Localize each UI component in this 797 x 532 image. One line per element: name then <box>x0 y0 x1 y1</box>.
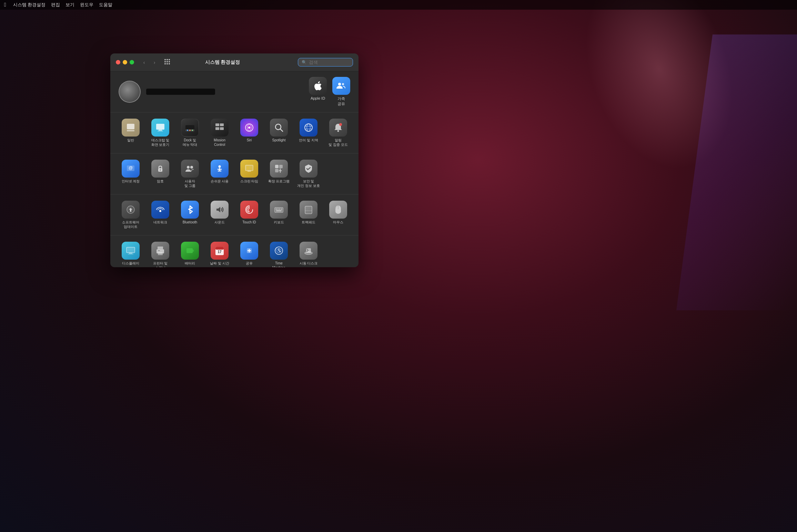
family-sharing-label: 가족공유 <box>337 96 345 107</box>
svg-point-0 <box>338 83 341 86</box>
item-empty-1 <box>325 158 352 190</box>
bluetooth-icon <box>181 201 199 219</box>
item-extensions[interactable]: 확장 프로그램 <box>265 158 292 190</box>
password-icon <box>151 160 169 178</box>
minimize-button[interactable] <box>123 60 127 64</box>
back-button[interactable]: ‹ <box>140 59 149 66</box>
avatar[interactable] <box>119 81 141 103</box>
access-icon <box>211 160 229 178</box>
item-timemachine[interactable]: TimeMachine <box>265 240 292 267</box>
mission-label: MissionControl <box>214 138 225 147</box>
item-password[interactable]: 암호 <box>147 158 174 190</box>
maximize-button[interactable] <box>130 60 134 64</box>
item-mission[interactable]: MissionControl <box>206 117 233 149</box>
svg-rect-45 <box>275 208 283 212</box>
svg-text:@: @ <box>129 165 133 170</box>
menu-window[interactable]: 윈도우 <box>80 2 93 8</box>
network-icon <box>151 201 169 219</box>
item-keyboard[interactable]: 키보드 <box>265 199 292 231</box>
item-bluetooth[interactable]: Bluetooth <box>176 199 203 231</box>
sound-icon <box>211 201 229 219</box>
svg-rect-40 <box>275 169 279 172</box>
svg-rect-60 <box>158 250 160 251</box>
item-general[interactable]: 일반 <box>117 117 144 149</box>
svg-point-18 <box>248 127 250 129</box>
svg-rect-49 <box>281 209 282 210</box>
item-network[interactable]: 네트워크 <box>147 199 174 231</box>
sharing-icon <box>240 242 258 260</box>
profile-section: Apple ID 가족공유 <box>110 71 359 112</box>
svg-rect-47 <box>278 209 279 210</box>
svg-point-25 <box>337 130 339 132</box>
apple-logo-svg <box>313 81 323 91</box>
keyboard-icon <box>270 201 288 219</box>
family-svg <box>336 80 347 91</box>
svg-rect-2 <box>127 124 134 129</box>
item-display[interactable]: 디스플레이 <box>117 240 144 267</box>
general-label: 일반 <box>127 138 134 142</box>
svg-point-1 <box>342 83 344 85</box>
item-siri[interactable]: Siri <box>236 117 263 149</box>
item-startup[interactable]: 시동 디스크 <box>295 240 322 267</box>
section-2: @ 인터넷 계정 암호 사용자및 그룹 손쉬운 사용 스크린 <box>110 153 359 194</box>
item-internet[interactable]: @ 인터넷 계정 <box>117 158 144 190</box>
family-sharing-item[interactable]: 가족공유 <box>332 77 350 107</box>
item-sharing[interactable]: 공유 <box>236 240 263 267</box>
sharing-label: 공유 <box>246 261 253 265</box>
apple-id-label: Apple ID <box>311 96 325 100</box>
item-trackpad[interactable]: 트랙패드 <box>295 199 322 231</box>
item-users[interactable]: 사용자및 그룹 <box>176 158 203 190</box>
dock-icon <box>181 119 199 137</box>
section-3: 소프트웨어업데이트 네트워크 Bluetooth 사운드 Touch ID <box>110 194 359 235</box>
notif-icon <box>329 119 347 137</box>
menu-help[interactable]: 도움말 <box>99 2 112 8</box>
svg-rect-37 <box>248 171 251 172</box>
spotlight-label: Spotlight <box>272 138 286 142</box>
item-access[interactable]: 손쉬운 사용 <box>206 158 233 190</box>
item-datetime[interactable]: 17 날짜 및 시간 <box>206 240 233 267</box>
item-notif[interactable]: 알림및 집중 모드 <box>325 117 352 149</box>
item-mouse[interactable]: 마우스 <box>325 199 352 231</box>
search-box[interactable]: 🔍 <box>298 58 353 67</box>
apple-menu[interactable]:  <box>4 2 6 8</box>
item-security[interactable]: 보안 및개인 정보 보호 <box>295 158 322 190</box>
item-battery[interactable]: 배터리 <box>176 240 203 267</box>
mouse-icon <box>329 201 347 219</box>
desktop-icon <box>151 119 169 137</box>
desktop-label: 데스크탑 및화면 보호기 <box>151 138 170 147</box>
apple-id-item[interactable]: Apple ID <box>309 77 327 107</box>
language-icon <box>300 119 317 137</box>
svg-rect-61 <box>186 248 193 253</box>
network-label: 네트워크 <box>153 220 167 224</box>
close-button[interactable] <box>116 60 120 64</box>
datetime-label: 날짜 및 시간 <box>210 261 229 265</box>
menu-system-prefs[interactable]: 시스템 환경설정 <box>13 2 46 8</box>
item-dock[interactable]: Dock 및메뉴 막대 <box>176 117 203 149</box>
menu-view[interactable]: 보기 <box>65 2 74 8</box>
traffic-lights <box>116 60 134 64</box>
software-icon <box>122 201 140 219</box>
display-icon <box>122 242 140 260</box>
svg-point-42 <box>159 210 161 212</box>
item-software[interactable]: 소프트웨어업데이트 <box>117 199 144 231</box>
svg-point-26 <box>339 123 342 126</box>
item-desktop[interactable]: 데스크탑 및화면 보호기 <box>147 117 174 149</box>
general-icon <box>122 119 140 137</box>
svg-marker-43 <box>216 207 220 212</box>
item-touchid[interactable]: Touch ID <box>236 199 263 231</box>
svg-rect-12 <box>215 123 219 126</box>
svg-line-20 <box>280 129 283 131</box>
item-spotlight[interactable]: Spotlight <box>265 117 292 149</box>
security-icon <box>300 160 317 178</box>
item-screen[interactable]: 스크린 타임 <box>236 158 263 190</box>
svg-point-11 <box>192 130 193 131</box>
svg-rect-38 <box>275 165 279 168</box>
menu-edit[interactable]: 편집 <box>51 2 60 8</box>
section-1: 일반 데스크탑 및화면 보호기 Dock 및메뉴 막대 MissionContr… <box>110 112 359 153</box>
item-language[interactable]: 언어 및 지역 <box>295 117 322 149</box>
search-input[interactable] <box>309 60 349 65</box>
item-printer[interactable]: 프린터 및스캐너 <box>147 240 174 267</box>
password-label: 암호 <box>157 179 164 183</box>
sound-label: 사운드 <box>214 220 225 224</box>
item-sound[interactable]: 사운드 <box>206 199 233 231</box>
